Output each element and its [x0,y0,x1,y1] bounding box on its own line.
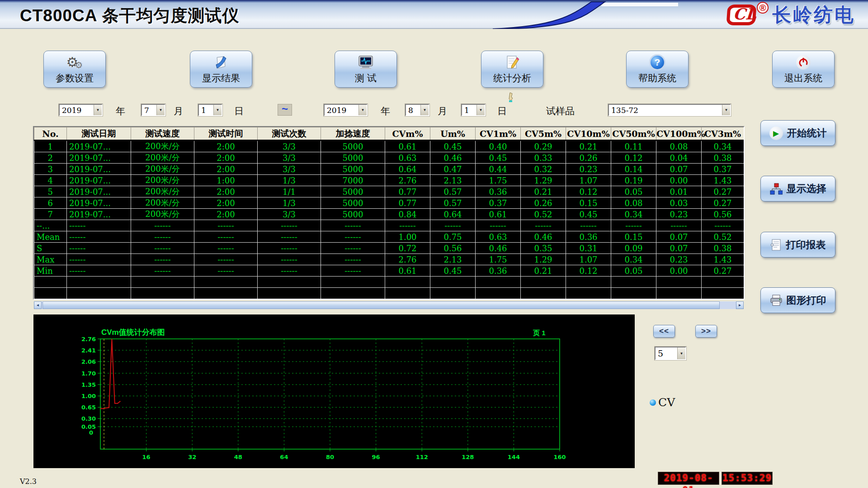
table-row[interactable]: 42019-07...200米/分1:001/370002.762.131.75… [34,175,744,186]
edit-doc-icon [505,54,520,70]
hand-cursor-icon [507,92,514,103]
page-size-select[interactable]: 5▼ [655,347,686,360]
svg-text:144: 144 [508,454,520,460]
led-time-display: 15:53:29 [722,472,773,485]
version-label: V2.3 [20,477,37,486]
column-header: CV10m% [566,127,611,141]
table-row[interactable] [34,288,744,299]
start-month-select[interactable]: 7▼ [141,104,165,116]
next-page-button[interactable]: >> [695,325,717,338]
table-row[interactable]: Min------------------------------0.610.4… [34,265,744,277]
svg-text:80: 80 [326,454,334,460]
title-bar: CT800CA 条干均匀度测试仪 CL ® 长岭纺电 [0,0,868,29]
start-day-label: 日 [234,105,244,117]
chevron-down-icon[interactable]: ▼ [722,105,730,115]
report-print-icon [770,239,782,251]
result-doc-icon [213,54,229,70]
table-row[interactable]: Max------------------------------2.762.1… [34,254,744,265]
start-year-select[interactable]: 2019▼ [59,104,103,116]
column-header: 测试速度 [131,127,194,141]
svg-text:0.65: 0.65 [81,404,96,411]
gears-icon: ⚙⚙ [66,54,83,70]
chevron-down-icon[interactable]: ▼ [94,105,102,115]
chevron-down-icon[interactable]: ▼ [213,105,222,115]
brand-logo: CL ® 长岭纺电 [727,2,855,28]
svg-text:96: 96 [372,454,380,460]
chevron-down-icon[interactable]: ▼ [476,105,485,115]
column-header: No. [34,127,67,141]
chart-title: CVm值统计分布图 [101,327,165,338]
start-statistics-button[interactable]: ▶ 开始统计 [760,120,835,146]
cv-toggle-label: CV [658,396,675,409]
results-table: No.测试日期测试速度测试时间测试次数加捻速度CVm%Um%CV1m%CV5m%… [34,127,744,299]
svg-text:0.05: 0.05 [81,423,96,430]
svg-text:1.35: 1.35 [81,381,96,388]
table-row[interactable]: --...-----------------------------------… [34,220,744,231]
column-header: CV1m% [476,127,521,141]
table-row[interactable]: 12019-07...200米/分2:003/350000.610.450.40… [34,141,744,152]
start-month-label: 月 [174,105,183,117]
start-day-select[interactable]: 1▼ [198,104,222,116]
cv-toggle-icon[interactable] [650,399,656,406]
column-header: CV100m% [656,127,702,141]
table-row[interactable]: 32019-07...200米/分2:003/350000.640.470.44… [34,164,744,175]
scrollbar-thumb[interactable] [42,301,720,309]
results-table-panel: No.测试日期测试速度测试时间测试次数加捻速度CVm%Um%CV1m%CV5m%… [33,126,745,300]
table-row[interactable]: 52019-07...200米/分2:001/150000.770.570.36… [34,186,744,197]
brand-emblem-icon: CL [726,5,756,25]
table-row[interactable] [34,277,744,288]
cvm-distribution-chart: 2.762.412.061.701.351.000.650.300.050163… [33,314,635,468]
end-year-select[interactable]: 2019▼ [324,104,368,116]
svg-text:32: 32 [188,454,196,460]
distribution-chart-panel: CVm值统计分布图 页 1 2.762.412.061.701.351.000.… [33,314,635,468]
chevron-down-icon[interactable]: ▼ [156,105,165,115]
brand-name: 长岭纺电 [772,2,855,28]
end-day-select[interactable]: 1▼ [461,104,486,116]
scroll-right-arrow-icon[interactable]: ► [736,301,744,309]
prev-page-button[interactable]: << [653,325,675,338]
chevron-down-icon[interactable]: ▼ [677,347,685,359]
registered-trademark-icon: ® [757,2,769,14]
table-row[interactable]: 62019-07...200米/分2:001/350000.770.570.37… [34,197,744,209]
table-row[interactable]: 72019-07...200米/分2:003/350000.840.640.61… [34,209,744,220]
print-report-button[interactable]: 打印报表 [760,232,835,258]
chevron-down-icon[interactable]: ▼ [359,105,367,115]
column-header: 加捻速度 [321,127,385,141]
chevron-down-icon[interactable]: ▼ [420,105,429,115]
svg-text:2.06: 2.06 [81,358,96,365]
column-header: CV5m% [521,127,566,141]
exit-system-button[interactable]: 退出系统 [772,51,835,88]
end-month-select[interactable]: 8▼ [405,104,429,116]
table-header-row: No.测试日期测试速度测试时间测试次数加捻速度CVm%Um%CV1m%CV5m%… [34,127,744,141]
display-selection-button[interactable]: 显示选择 [760,176,835,202]
show-results-button[interactable]: 显示结果 [190,51,252,88]
table-row[interactable]: S------------------------------0.720.560… [34,243,744,254]
sample-select[interactable]: 135-72▼ [608,104,731,116]
params-settings-button[interactable]: ⚙⚙ 参数设置 [43,51,106,88]
led-date-display: 2019-08-01 [658,472,719,485]
start-year-label: 年 [116,105,125,117]
svg-text:0: 0 [89,429,93,436]
scroll-left-arrow-icon[interactable]: ◄ [34,301,42,309]
svg-text:16: 16 [142,454,151,460]
svg-text:112: 112 [416,454,428,460]
print-graph-button[interactable]: 图形打印 [760,287,835,313]
statistics-analysis-button[interactable]: 统计分析 [481,51,543,88]
date-range-separator-icon: ~ [278,104,292,116]
svg-text:1.70: 1.70 [81,370,96,377]
svg-text:128: 128 [462,454,474,460]
column-header: 测试日期 [67,127,131,141]
monitor-wave-icon [358,54,374,70]
svg-text:160: 160 [553,454,566,460]
svg-text:48: 48 [234,454,242,460]
svg-text:64: 64 [280,454,288,460]
end-month-label: 月 [438,105,447,117]
test-button[interactable]: 测 试 [335,51,397,88]
column-header: Um% [430,127,476,141]
sample-label: 试样品 [546,105,575,117]
help-system-button[interactable]: ? 帮助系统 [626,51,689,88]
power-icon [796,54,811,70]
table-row[interactable]: Mean------------------------------1.000.… [34,231,744,243]
horizontal-scrollbar[interactable]: ◄ ► [34,301,744,309]
table-row[interactable]: 22019-07...200米/分2:003/350000.630.460.45… [34,152,744,164]
